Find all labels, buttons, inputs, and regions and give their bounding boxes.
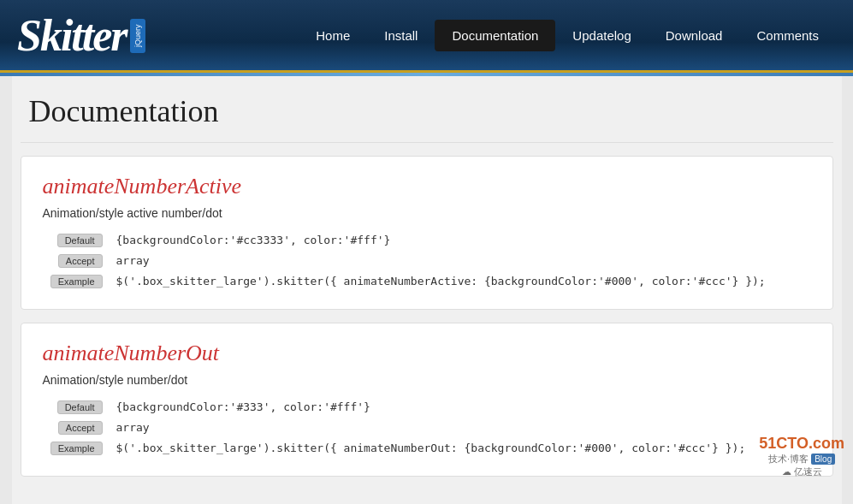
- site-logo[interactable]: Skitter: [17, 10, 127, 61]
- watermark-line3: ☁ 亿速云: [759, 465, 844, 478]
- doc-table-1: Default {backgroundColor:'#cc3333', colo…: [43, 230, 811, 292]
- nav-updatelog[interactable]: Updatelog: [555, 20, 648, 51]
- page-title-section: Documentation: [21, 76, 833, 143]
- nav-install[interactable]: Install: [367, 20, 435, 51]
- doc-card-1: animateNumberActive Animation/style acti…: [21, 156, 833, 310]
- label-default-2: Default: [57, 400, 103, 414]
- value-default-2: {backgroundColor:'#333', color:'#fff'}: [111, 397, 811, 418]
- value-accept-1: array: [111, 251, 811, 271]
- main-nav: Home Install Documentation Updatelog Dow…: [299, 20, 836, 51]
- logo-area: Skitter jQuery: [17, 10, 145, 61]
- watermark-blog-badge: Blog: [811, 454, 835, 465]
- label-default-1: Default: [57, 234, 103, 247]
- doc-card-2: animateNumberOut Animation/style number/…: [21, 323, 833, 477]
- nav-documentation[interactable]: Documentation: [435, 20, 555, 51]
- doc-description-1: Animation/style active number/dot: [43, 206, 811, 220]
- table-row: Example $('.box_skitter_large').skitter(…: [43, 271, 811, 292]
- value-accept-2: array: [111, 418, 811, 438]
- page-content: Documentation animateNumberActive Animat…: [12, 76, 842, 504]
- watermark-cloud: 亿速云: [794, 466, 822, 477]
- nav-home[interactable]: Home: [299, 20, 367, 51]
- nav-comments[interactable]: Comments: [739, 20, 836, 51]
- watermark-line1-text: 技术·博客: [768, 454, 809, 464]
- table-row: Example $('.box_skitter_large').skitter(…: [43, 438, 811, 459]
- watermark-site: 51CTO.com: [759, 435, 844, 453]
- label-accept-1: Accept: [58, 254, 103, 268]
- doc-table-2: Default {backgroundColor:'#333', color:'…: [43, 397, 811, 459]
- label-example-2: Example: [50, 442, 103, 455]
- watermark-line1: 技术·博客 Blog: [759, 453, 844, 465]
- value-example-1: $('.box_skitter_large').skitter({ animat…: [111, 271, 811, 292]
- doc-description-2: Animation/style number/dot: [43, 373, 811, 387]
- table-row: Accept array: [43, 418, 811, 438]
- label-accept-2: Accept: [58, 421, 103, 435]
- watermark: 51CTO.com 技术·博客 Blog ☁ 亿速云: [759, 435, 844, 478]
- table-row: Default {backgroundColor:'#333', color:'…: [43, 397, 811, 418]
- label-example-1: Example: [50, 275, 103, 288]
- table-row: Accept array: [43, 251, 811, 271]
- function-name-1: animateNumberActive: [43, 174, 811, 199]
- value-example-2: $('.box_skitter_large').skitter({ animat…: [111, 438, 811, 459]
- jquery-badge: jQuery: [130, 19, 145, 53]
- page-title: Documentation: [29, 93, 825, 129]
- value-default-1: {backgroundColor:'#cc3333', color:'#fff'…: [111, 230, 811, 251]
- nav-download[interactable]: Download: [649, 20, 740, 51]
- site-header: Skitter jQuery Home Install Documentatio…: [0, 0, 853, 73]
- function-name-2: animateNumberOut: [43, 341, 811, 366]
- table-row: Default {backgroundColor:'#cc3333', colo…: [43, 230, 811, 251]
